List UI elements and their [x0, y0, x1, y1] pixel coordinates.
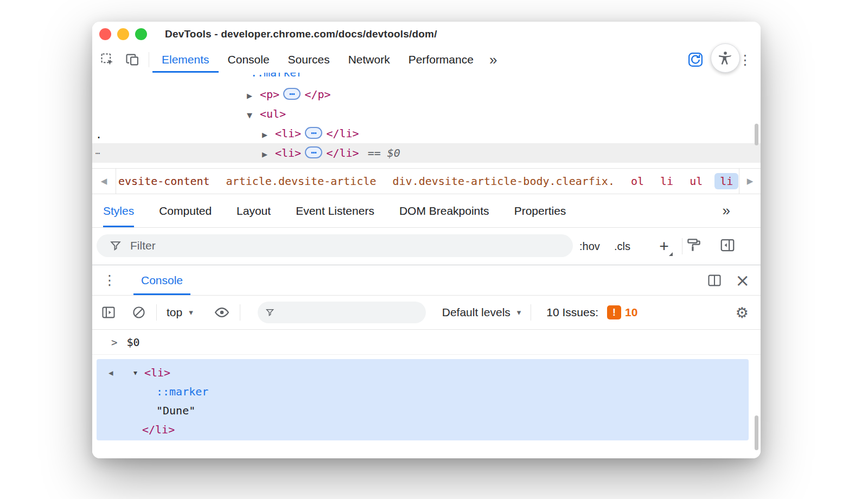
minimize-window-button[interactable]: [117, 28, 129, 40]
styles-filter-input[interactable]: [130, 239, 564, 252]
more-sidebar-tabs-chevron-icon[interactable]: »: [723, 194, 761, 227]
dom-tree-row-marker[interactable]: ::marker: [92, 73, 761, 82]
device-icon: [125, 52, 140, 67]
more-options-icon[interactable]: ⋮: [738, 52, 752, 68]
breadcrumb-item-devsite-content[interactable]: evsite-content: [118, 175, 210, 188]
console-filter-field[interactable]: [258, 302, 426, 323]
issues-badge[interactable]: ! 10: [607, 305, 637, 319]
breadcrumb-scroll-right-icon[interactable]: ▶: [739, 169, 761, 194]
toggle-sidebar-icon[interactable]: [719, 237, 736, 253]
tab-label: Console: [228, 53, 270, 66]
breadcrumb-item-ul[interactable]: ul: [690, 175, 703, 188]
more-panels-chevron-icon[interactable]: »: [483, 47, 503, 73]
expand-collapsed-icon[interactable]: ▶: [262, 125, 275, 145]
tag-close: </li>: [326, 146, 359, 159]
tab-event-listeners[interactable]: Event Listeners: [296, 194, 374, 227]
pseudo-element-label: ::marker: [251, 73, 303, 79]
breadcrumb-item-li-selected[interactable]: li: [714, 173, 738, 189]
drawer-tab-console[interactable]: Console: [133, 265, 190, 295]
filter-funnel-icon: [265, 307, 275, 318]
console-scrollbar[interactable]: [755, 415, 758, 450]
tab-console[interactable]: Console: [219, 47, 279, 73]
issue-exclamation-icon: !: [607, 305, 621, 319]
result-row-close: </li>: [97, 420, 749, 439]
accessibility-button[interactable]: [711, 43, 740, 73]
inspect-cursor-icon: [100, 52, 115, 67]
tab-label: Performance: [409, 53, 474, 66]
breadcrumb-item-ol[interactable]: ol: [631, 175, 644, 188]
clear-console-icon[interactable]: [131, 305, 146, 320]
paint-roller-icon: [686, 237, 702, 253]
styles-filter-field[interactable]: [97, 234, 573, 257]
elements-scrollbar[interactable]: [755, 124, 758, 145]
levels-label: Default levels: [442, 306, 510, 319]
toggle-hover-state-button[interactable]: :hov: [579, 228, 600, 265]
tag-close: </li>: [326, 127, 359, 140]
tag-open: <ul>: [260, 107, 286, 120]
breadcrumb-item-article[interactable]: article.devsite-article: [226, 175, 376, 188]
tab-dom-breakpoints[interactable]: DOM Breakpoints: [399, 194, 489, 227]
tab-performance[interactable]: Performance: [399, 47, 483, 73]
collapse-node-icon[interactable]: ▾: [133, 363, 137, 382]
console-settings-icon[interactable]: ⚙: [736, 304, 749, 321]
tag-open: <p>: [260, 88, 279, 101]
close-window-button[interactable]: [99, 28, 111, 40]
inline-children-badge[interactable]: ⋯: [305, 127, 322, 139]
console-filter-input[interactable]: [275, 306, 418, 319]
show-sidebar-icon: [101, 305, 116, 320]
toggle-class-button[interactable]: .cls: [614, 228, 630, 265]
clipped-fragment: ⋯: [95, 143, 100, 163]
styles-filter-bar: :hov .cls +: [92, 228, 761, 265]
expand-collapsed-icon[interactable]: ▶: [247, 86, 260, 106]
console-log-area: > $0 ◂ ▾ <li> ::marker "Dune" </li>: [92, 330, 761, 458]
dom-tree-row-li[interactable]: ▶<li>⋯</li>: [92, 124, 761, 143]
close-drawer-icon[interactable]: ×: [735, 272, 750, 289]
tab-layout[interactable]: Layout: [237, 194, 271, 227]
breadcrumb-item-div[interactable]: div.devsite-article-body.clearfix.: [393, 175, 615, 188]
main-toolbar: Elements Console Sources Network Perform…: [92, 47, 761, 73]
expand-expanded-icon[interactable]: ▼: [247, 106, 260, 125]
tab-label: Elements: [162, 53, 209, 66]
tab-network[interactable]: Network: [339, 47, 399, 73]
window-title: DevTools - developer.chrome.com/docs/dev…: [165, 28, 437, 40]
tab-elements[interactable]: Elements: [152, 47, 219, 73]
split-panel-icon[interactable]: [707, 273, 722, 288]
tab-computed[interactable]: Computed: [159, 194, 212, 227]
breadcrumb-scroll-left-icon[interactable]: ◀: [92, 169, 116, 194]
close-icon: ×: [735, 272, 750, 289]
tab-styles[interactable]: Styles: [103, 194, 134, 227]
dom-tree-row-p[interactable]: ▶<p>⋯</p>: [92, 85, 761, 104]
tab-sources[interactable]: Sources: [279, 47, 339, 73]
breadcrumb-item-li[interactable]: li: [660, 175, 673, 188]
kebab-icon: ⋮: [738, 52, 752, 68]
create-live-expression-icon[interactable]: [214, 304, 230, 321]
split-view-icon: [707, 273, 722, 288]
execution-context-selector[interactable]: top ▾: [167, 306, 193, 319]
log-levels-selector[interactable]: Default levels ▾: [442, 306, 521, 319]
drawer-menu-icon[interactable]: ⋮: [99, 265, 120, 295]
device-toolbar-icon[interactable]: [123, 47, 142, 73]
sync-connection-icon[interactable]: [687, 52, 704, 68]
drawer-header-controls: ×: [707, 265, 761, 295]
inline-children-badge[interactable]: ⋯: [283, 88, 301, 100]
dom-tree-row-li-selected[interactable]: ⋯ ▶<li>⋯</li>== $0: [92, 143, 761, 163]
tag-close: </li>: [142, 420, 175, 439]
console-toolbar: top ▾ Default levels ▾ 10 Issues: ! 10: [92, 296, 761, 330]
window-controls: [92, 28, 147, 40]
filter-bar-separator: [682, 238, 682, 254]
console-result-node[interactable]: ◂ ▾ <li> ::marker "Dune" </li>: [97, 359, 749, 440]
new-style-rule-button[interactable]: +: [654, 228, 674, 265]
inline-children-badge[interactable]: ⋯: [305, 146, 322, 158]
console-command-row[interactable]: > $0: [92, 330, 761, 355]
console-sidebar-toggle-icon[interactable]: [101, 305, 116, 320]
elements-dom-tree: ::marker ▶<p>⋯</p> ▼<ul> ▶<li>⋯</li> ⋯ ▶…: [92, 73, 761, 168]
tab-properties[interactable]: Properties: [514, 194, 566, 227]
expand-collapsed-icon[interactable]: ▶: [262, 145, 275, 164]
zoom-window-button[interactable]: [135, 28, 147, 40]
plus-icon: +: [659, 237, 669, 255]
tag-open: <li>: [275, 127, 301, 140]
inspect-element-icon[interactable]: [98, 47, 117, 73]
result-row-open: ◂ ▾ <li>: [97, 363, 749, 382]
rendering-emulation-icon[interactable]: [686, 237, 702, 253]
dom-tree-row-ul[interactable]: ▼<ul>: [92, 104, 761, 124]
